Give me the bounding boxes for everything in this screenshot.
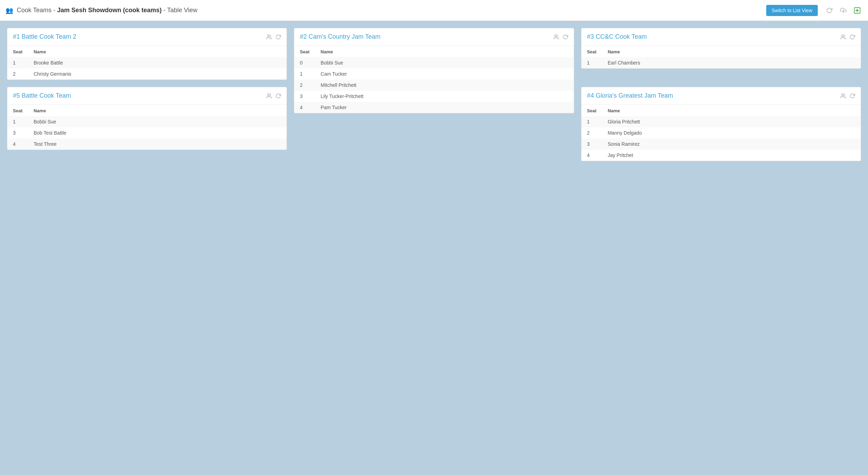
seat-cell: 1: [294, 68, 315, 80]
name-cell: Bobbi Sue: [28, 116, 287, 127]
users-icon: [266, 93, 273, 99]
seat-cell: 3: [294, 91, 315, 102]
team-users-button-team-3[interactable]: [840, 34, 847, 40]
team-users-button-team-1[interactable]: [266, 34, 273, 40]
page-title: Cook Teams - Jam Sesh Showdown (cook tea…: [17, 7, 763, 14]
header-action-icons: [824, 5, 862, 16]
team-card-team-4: #4 Gloria's Greatest Jam TeamSeatName1Gl…: [581, 87, 861, 161]
table-row: 4Jay Pritchet: [581, 150, 861, 161]
app-header: 👥 Cook Teams - Jam Sesh Showdown (cook t…: [0, 0, 868, 21]
name-cell: Mitchell Pritchett: [315, 80, 574, 91]
team-refresh-button-team-3[interactable]: [850, 34, 855, 40]
users-icon: [840, 34, 847, 40]
team-actions-team-3: [840, 34, 855, 40]
seat-cell: 1: [7, 116, 28, 127]
name-column-header: Name: [602, 46, 861, 57]
team-users-button-team-4[interactable]: [840, 93, 847, 99]
seat-column-header: Seat: [294, 46, 315, 57]
name-cell: Bob Test Battle: [28, 127, 287, 138]
team-users-button-team-2[interactable]: [553, 34, 560, 40]
name-cell: Pam Tucker: [315, 102, 574, 113]
refresh-icon: [563, 34, 568, 40]
table-row: 4Test Three: [7, 138, 287, 150]
seat-cell: 1: [581, 57, 602, 68]
name-cell: Brooke Battle: [28, 57, 287, 68]
team-users-button-team-5[interactable]: [266, 93, 273, 99]
seat-cell: 2: [581, 127, 602, 138]
svg-point-5: [555, 35, 556, 37]
seat-column-header: Seat: [7, 46, 28, 57]
name-cell: Sonia Ramirez: [602, 138, 861, 150]
refresh-icon: [275, 34, 281, 40]
users-icon: [553, 34, 560, 40]
users-icon: [266, 34, 273, 40]
title-bold: Jam Sesh Showdown (cook teams): [57, 7, 162, 14]
team-refresh-button-team-2[interactable]: [563, 34, 568, 40]
add-icon-button[interactable]: [852, 5, 862, 16]
name-cell: Lily Tucker-Pritchett: [315, 91, 574, 102]
seat-cell: 1: [581, 116, 602, 127]
table-row: 3Lily Tucker-Pritchett: [294, 91, 573, 102]
table-row: 4Pam Tucker: [294, 102, 573, 113]
name-cell: Gloria Pritchett: [602, 116, 861, 127]
name-column-header: Name: [28, 105, 287, 116]
team-card-team-3: #3 CC&C Cook TeamSeatName1Earl Chambers: [581, 28, 861, 69]
table-row: 1Cam Tucker: [294, 68, 573, 80]
refresh-icon: [850, 93, 855, 99]
team-card-team-2: #2 Cam's Country Jam TeamSeatName0Bobbi …: [294, 28, 574, 113]
refresh-icon: [826, 7, 832, 14]
team-table-team-2: SeatName0Bobbi Sue1Cam Tucker2Mitchell P…: [294, 46, 573, 113]
name-column-header: Name: [602, 105, 861, 116]
refresh-icon: [275, 93, 281, 99]
team-card-team-5: #5 Battle Cook TeamSeatName1Bobbi Sue3Bo…: [7, 87, 287, 150]
team-actions-team-4: [840, 93, 855, 99]
svg-point-7: [842, 94, 843, 96]
upload-icon: [840, 7, 846, 14]
plus-icon: [853, 7, 861, 14]
seat-column-header: Seat: [581, 105, 602, 116]
table-row: 1Bobbi Sue: [7, 116, 287, 127]
table-row: 1Earl Chambers: [581, 57, 861, 68]
svg-point-4: [268, 35, 269, 37]
download-icon-button[interactable]: [838, 5, 848, 16]
table-row: 3Bob Test Battle: [7, 127, 287, 138]
seat-cell: 2: [7, 68, 28, 80]
seat-cell: 3: [581, 138, 602, 150]
seat-column-header: Seat: [581, 46, 602, 57]
team-title-team-3: #3 CC&C Cook Team: [587, 33, 647, 40]
table-row: 1Brooke Battle: [7, 57, 287, 68]
name-column-header: Name: [315, 46, 574, 57]
seat-cell: 4: [581, 150, 602, 161]
table-row: 1Gloria Pritchett: [581, 116, 861, 127]
team-refresh-button-team-1[interactable]: [275, 34, 281, 40]
team-title-team-4: #4 Gloria's Greatest Jam Team: [587, 92, 673, 99]
table-row: 2Manny Delgado: [581, 127, 861, 138]
table-row: 0Bobbi Sue: [294, 57, 573, 68]
team-header-team-4: #4 Gloria's Greatest Jam Team: [581, 87, 861, 105]
refresh-icon-button[interactable]: [824, 5, 835, 16]
seat-cell: 2: [294, 80, 315, 91]
team-table-team-5: SeatName1Bobbi Sue3Bob Test Battle4Test …: [7, 105, 287, 150]
switch-to-list-view-button[interactable]: Switch to List View: [766, 5, 818, 16]
team-header-team-1: #1 Battle Cook Team 2: [7, 28, 287, 46]
refresh-icon: [850, 34, 855, 40]
name-cell: Bobbi Sue: [315, 57, 574, 68]
team-table-team-1: SeatName1Brooke Battle2Christy Germanis: [7, 46, 287, 80]
table-row: 2Christy Germanis: [7, 68, 287, 80]
name-cell: Test Three: [28, 138, 287, 150]
seat-column-header: Seat: [7, 105, 28, 116]
team-title-team-2: #2 Cam's Country Jam Team: [300, 33, 380, 40]
seat-cell: 4: [294, 102, 315, 113]
seat-cell: 4: [7, 138, 28, 150]
title-prefix: Cook Teams -: [17, 7, 57, 14]
team-title-team-1: #1 Battle Cook Team 2: [13, 33, 76, 40]
name-cell: Cam Tucker: [315, 68, 574, 80]
teams-grid: #1 Battle Cook Team 2SeatName1Brooke Bat…: [0, 21, 868, 168]
header-users-icon: 👥: [6, 7, 13, 14]
team-refresh-button-team-5[interactable]: [275, 93, 281, 99]
team-refresh-button-team-4[interactable]: [850, 93, 855, 99]
team-header-team-2: #2 Cam's Country Jam Team: [294, 28, 573, 46]
name-cell: Christy Germanis: [28, 68, 287, 80]
team-actions-team-2: [553, 34, 568, 40]
team-actions-team-1: [266, 34, 281, 40]
